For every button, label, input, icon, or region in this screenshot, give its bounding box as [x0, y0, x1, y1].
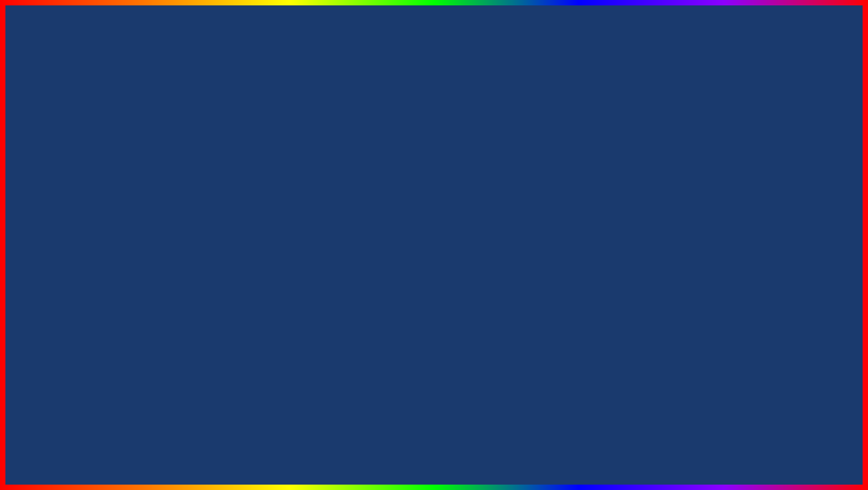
android-text: ANDROID ✓ [36, 218, 255, 260]
items-buy-label: Items Buy [662, 268, 688, 275]
auto-select-raid-row: Auto Select Raid [662, 226, 827, 238]
right-panel-controls: 💎 ✕ [805, 157, 826, 166]
sidebar-dot [617, 204, 621, 207]
logo-ox: ☉ [789, 392, 810, 418]
right-panel-body: Main Auto Stats Buy Items Raid Race V4 P… [613, 170, 831, 295]
sidebar-item-sky-left[interactable]: Sky [37, 262, 81, 279]
eye-left [422, 166, 427, 172]
left-panel-close-btn[interactable]: ✕ [241, 157, 250, 166]
mobile-checkmark: ✓ [195, 177, 225, 217]
leg-left [407, 265, 423, 319]
eye-right [441, 166, 446, 172]
right-sidebar: Main Auto Stats Buy Items Raid Race V4 P… [613, 170, 658, 295]
sidebar-item-buyitems-right[interactable]: Buy Items [613, 199, 657, 212]
android-checkmark: ✓ [225, 219, 255, 259]
auto-awakener-row: Auto Awakener [662, 187, 827, 199]
left-panel-title: Hung Hub | Blox Fruits [42, 158, 111, 165]
left-panel-controls: 💎 ✕ [229, 157, 250, 166]
right-panel-close-btn[interactable]: ✕ [817, 157, 826, 166]
auto-farm-raid-toggle[interactable] [813, 177, 827, 184]
auto-buy-chip-label: Auto Buy Chip Selected [666, 241, 727, 247]
sidebar-dot [617, 241, 621, 245]
auto-select-raid-toggle[interactable] [810, 228, 823, 235]
sidebar-item-raid-right[interactable]: Raid [613, 212, 657, 224]
bunny-ear-left [421, 137, 427, 155]
sidebar-avatar-right [617, 278, 628, 289]
logo-bl: BL [758, 392, 788, 418]
auto-select-raid-label: Auto Select Raid [666, 228, 709, 235]
bottom-text-container: AUTO FARM SCRIPT PASTEBIN [0, 419, 868, 477]
chips-section: Select Chips ∧ Auto Select Raid Auto Buy… [662, 213, 827, 262]
sidebar-dot [617, 254, 621, 258]
items-buy-row: Items Buy [662, 266, 827, 277]
bunny-ear-right [441, 137, 447, 155]
right-main-content: Auto Farm Raid Auto Awakener Kill Aura S… [658, 170, 831, 295]
no-key-text: NO-KEY !! [609, 142, 765, 178]
main-title: BLOX FRUITS [152, 9, 716, 102]
select-chips-label: Select Chips [666, 216, 698, 223]
kill-aura-toggle[interactable] [813, 201, 827, 209]
buy-chip-selected-label: Buy Chip Selected [666, 253, 714, 259]
select-chips-header[interactable]: Select Chips ∧ [662, 213, 827, 226]
sidebar-item-pvp-right[interactable]: PVP [613, 237, 657, 249]
glow-right [465, 193, 483, 220]
sidebar-dot [617, 191, 621, 195]
auto-awakener-label: Auto Awakener [662, 190, 701, 196]
sidebar-dot [617, 267, 621, 270]
mobile-text: MOBILE ✓ [36, 175, 255, 218]
sidebar-avatar-left [41, 265, 52, 276]
script-text: SCRIPT [441, 437, 565, 472]
right-panel-gem-btn[interactable]: 💎 [805, 157, 814, 166]
sidebar-dot [617, 229, 621, 232]
character [394, 148, 474, 319]
sidebar-item-misc-right[interactable]: Misc [613, 262, 657, 275]
sidebar-dot [617, 216, 621, 220]
chips-chevron-up-icon: ∧ [819, 216, 823, 223]
title-container: BLOX FRUITS [0, 9, 868, 102]
auto-text: AUTO [146, 420, 299, 476]
buy-chip-selected-row: Buy Chip Selected [662, 250, 827, 262]
character-head [414, 153, 454, 189]
leg-right [445, 265, 461, 319]
logo-text-container: BL ☉ [758, 392, 819, 418]
auto-awakener-toggle[interactable] [813, 189, 827, 196]
no-key-badge: NO-KEY !! [596, 135, 778, 184]
sidebar-item-autostats-right[interactable]: Auto Stats [613, 187, 657, 199]
farm-text: FARM [299, 420, 439, 476]
left-panel-gem-btn[interactable]: 💎 [229, 157, 238, 166]
pastebin-text: PASTEBIN [565, 437, 722, 472]
sidebar-item-teleport-right[interactable]: Teleport [613, 249, 657, 262]
mobile-android-container: MOBILE ✓ ANDROID ✓ [36, 175, 255, 259]
left-panel-titlebar: Hung Hub | Blox Fruits 💎 ✕ [37, 154, 255, 170]
kill-aura-label: Kill Aura [662, 202, 684, 209]
auto-buy-chip-toggle[interactable] [810, 240, 823, 247]
buy-chip-selected-toggle[interactable] [810, 252, 823, 259]
kill-aura-row: Kill Aura [662, 199, 827, 211]
auto-buy-chip-row: Auto Buy Chip Selected [662, 238, 827, 250]
sidebar-item-sky-right[interactable]: Sky [613, 275, 657, 292]
glow-left [380, 180, 403, 216]
sidebar-item-racev4-right[interactable]: Race V4 [613, 224, 657, 237]
